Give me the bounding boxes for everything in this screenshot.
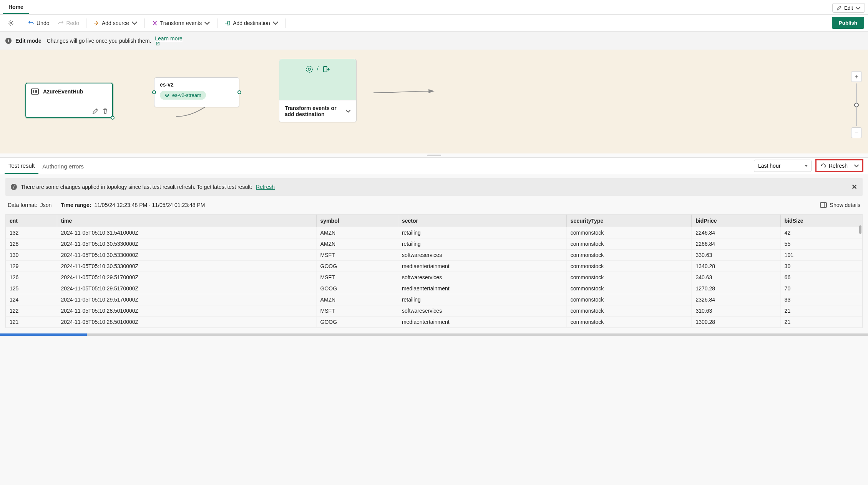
- refresh-inline-link[interactable]: Refresh: [256, 184, 275, 190]
- bottom-progress-bar: [0, 333, 868, 336]
- col-time[interactable]: time: [57, 215, 316, 227]
- table-cell: softwareservices: [398, 250, 566, 261]
- exit-icon: [322, 65, 330, 73]
- scrollbar-thumb[interactable]: [859, 225, 861, 234]
- chevron-down-icon: [204, 20, 210, 26]
- destination-placeholder-node[interactable]: / Transform events or add destination: [279, 59, 357, 122]
- refresh-button[interactable]: Refresh: [818, 161, 850, 170]
- source-node-azureeventhub[interactable]: AzureEventHub: [25, 83, 113, 118]
- refresh-dropdown-button[interactable]: [852, 162, 861, 170]
- tab-home[interactable]: Home: [3, 2, 29, 14]
- stream-node-esv2[interactable]: es-v2 es-v2-stream: [154, 77, 239, 107]
- chevron-down-icon[interactable]: [345, 108, 351, 114]
- pencil-icon[interactable]: [92, 108, 98, 114]
- col-symbol[interactable]: symbol: [316, 215, 398, 227]
- add-source-icon: [93, 20, 100, 26]
- zoom-slider-handle[interactable]: [854, 103, 859, 107]
- table-cell: commonstock: [566, 317, 692, 328]
- close-icon[interactable]: ✕: [851, 183, 857, 191]
- add-source-button[interactable]: Add source: [90, 18, 141, 28]
- chevron-down-icon: [854, 163, 859, 168]
- add-destination-label: Add destination: [233, 20, 270, 26]
- table-cell: 1340.28: [692, 261, 780, 272]
- undo-label: Undo: [37, 20, 49, 26]
- table-cell: 310.63: [692, 305, 780, 317]
- table-cell: commonstock: [566, 305, 692, 317]
- learn-more-link[interactable]: Learn more: [155, 35, 183, 46]
- redo-button[interactable]: Redo: [54, 18, 83, 28]
- edit-button[interactable]: Edit: [832, 3, 865, 13]
- table-cell: 2024-11-05T05:10:30.5330000Z: [57, 238, 316, 250]
- table-row[interactable]: 1292024-11-05T05:10:30.5330000ZGOOGmedia…: [6, 261, 862, 272]
- col-bidSize[interactable]: bidSize: [780, 215, 862, 227]
- tab-test-result[interactable]: Test result: [5, 158, 38, 174]
- learn-more-label: Learn more: [155, 35, 183, 42]
- table-cell: MSFT: [316, 250, 398, 261]
- col-bidPrice[interactable]: bidPrice: [692, 215, 780, 227]
- table-cell: 128: [6, 238, 57, 250]
- tab-authoring-errors[interactable]: Authoring errors: [38, 158, 88, 173]
- time-range-select[interactable]: Last hour: [754, 160, 812, 172]
- stream-pill[interactable]: es-v2-stream: [160, 91, 206, 100]
- trash-icon[interactable]: [102, 108, 108, 114]
- table-row[interactable]: 1322024-11-05T05:10:31.5410000ZAMZNretai…: [6, 227, 862, 238]
- zoom-in-button[interactable]: ＋: [851, 71, 862, 82]
- table-row[interactable]: 1222024-11-05T05:10:28.5010000ZMSFTsoftw…: [6, 305, 862, 317]
- svg-point-4: [308, 68, 310, 70]
- chevron-down-icon: [272, 20, 279, 26]
- svg-point-0: [10, 22, 12, 23]
- table-cell: 129: [6, 261, 57, 272]
- time-range-label: Time range:: [61, 202, 91, 208]
- table-cell: 2024-11-05T05:10:28.5010000Z: [57, 317, 316, 328]
- table-row[interactable]: 1212024-11-05T05:10:28.5010000ZGOOGmedia…: [6, 317, 862, 328]
- table-cell: 2024-11-05T05:10:29.5170000Z: [57, 272, 316, 283]
- undo-icon: [28, 20, 34, 26]
- table-cell: softwareservices: [398, 305, 566, 317]
- col-cnt[interactable]: cnt: [6, 215, 57, 227]
- data-format-value: Json: [40, 202, 52, 208]
- slash-separator: /: [317, 65, 319, 72]
- toolbar: Undo Redo Add source Transform events Ad…: [0, 15, 868, 32]
- gear-icon: [8, 20, 14, 26]
- table-cell: commonstock: [566, 250, 692, 261]
- table-cell: 30: [780, 261, 862, 272]
- edit-mode-message: Changes will go live once you publish th…: [47, 38, 151, 44]
- table-cell: GOOG: [316, 283, 398, 294]
- table-row[interactable]: 1282024-11-05T05:10:30.5330000ZAMZNretai…: [6, 238, 862, 250]
- stream-node-title: es-v2: [160, 82, 234, 88]
- data-format-label: Data format:: [8, 202, 37, 208]
- show-details-label: Show details: [830, 202, 860, 208]
- publish-button[interactable]: Publish: [832, 17, 864, 29]
- results-table[interactable]: cnttimesymbolsectorsecurityTypebidPriceb…: [6, 215, 862, 328]
- input-port[interactable]: [152, 90, 156, 94]
- external-link-icon: [156, 42, 160, 46]
- table-row[interactable]: 1252024-11-05T05:10:29.5170000ZGOOGmedia…: [6, 283, 862, 294]
- changes-banner: i There are some changes applied in topo…: [5, 178, 863, 196]
- output-port[interactable]: [111, 116, 115, 120]
- table-cell: 42: [780, 227, 862, 238]
- zoom-slider-track[interactable]: [856, 83, 857, 126]
- topology-canvas[interactable]: AzureEventHub es-v2 es-v2-stream /: [0, 50, 868, 153]
- show-details-button[interactable]: Show details: [820, 202, 860, 208]
- col-sector[interactable]: sector: [398, 215, 566, 227]
- table-cell: GOOG: [316, 261, 398, 272]
- table-cell: 124: [6, 294, 57, 305]
- table-row[interactable]: 1262024-11-05T05:10:29.5170000ZMSFTsoftw…: [6, 272, 862, 283]
- caret-down-icon: [855, 5, 861, 11]
- col-securityType[interactable]: securityType: [566, 215, 692, 227]
- refresh-highlight: Refresh: [815, 159, 863, 172]
- pane-resize-handle[interactable]: [0, 153, 868, 157]
- table-row[interactable]: 1302024-11-05T05:10:30.5330000ZMSFTsoftw…: [6, 250, 862, 261]
- undo-button[interactable]: Undo: [24, 18, 53, 28]
- table-row[interactable]: 1242024-11-05T05:10:29.5170000ZAMZNretai…: [6, 294, 862, 305]
- output-port[interactable]: [237, 90, 241, 94]
- zoom-out-button[interactable]: －: [851, 127, 862, 138]
- eventhub-icon: [31, 87, 39, 96]
- table-scrollbar[interactable]: [859, 225, 861, 328]
- settings-button[interactable]: [4, 18, 18, 28]
- add-destination-button[interactable]: Add destination: [221, 18, 282, 28]
- transform-events-button[interactable]: Transform events: [148, 18, 214, 28]
- table-cell: 70: [780, 283, 862, 294]
- transform-icon: [152, 20, 158, 26]
- time-range-value: 11/05/24 12:23:48 PM - 11/05/24 01:23:48…: [94, 202, 205, 208]
